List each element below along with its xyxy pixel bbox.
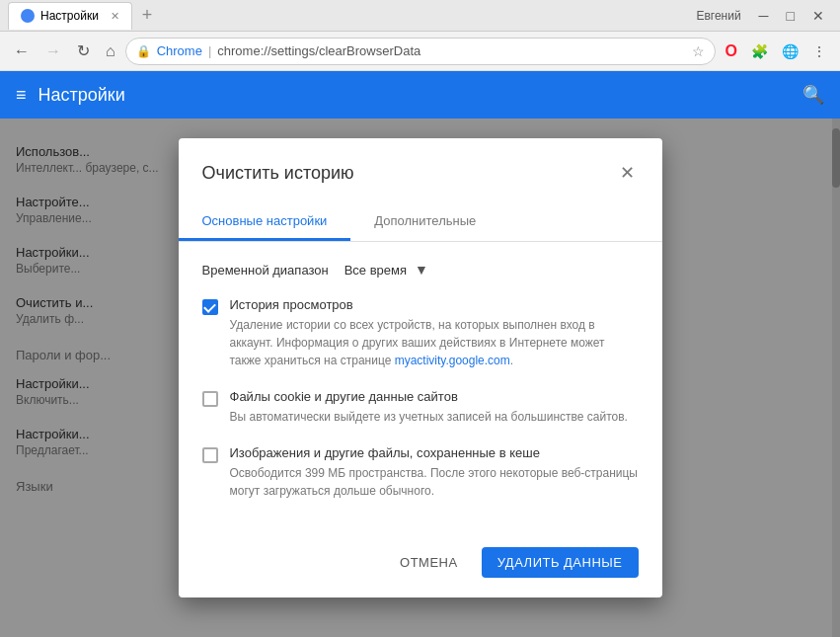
dialog-body: Временной диапазон Все время ▼ История п… <box>179 242 662 539</box>
tab-advanced-settings[interactable]: Дополнительные <box>350 203 499 241</box>
checkbox-cache[interactable] <box>202 447 218 463</box>
navigation-bar: ← → ↻ ⌂ 🔒 Chrome | chrome://settings/cle… <box>0 32 840 71</box>
titlebar: Настройки ✕ + Евгений ─ □ ✕ <box>0 0 840 32</box>
refresh-button[interactable]: ↻ <box>71 38 96 64</box>
minimize-button[interactable]: ─ <box>751 6 777 26</box>
checkbox-desc-cache: Освободится 399 МБ пространства. После э… <box>230 464 639 500</box>
checkbox-item-cookies: Файлы cookie и другие данные сайтов Вы а… <box>202 389 639 426</box>
chrome-header: ≡ Настройки 🔍 <box>0 71 840 119</box>
checkbox-title-cookies: Файлы cookie и другие данные сайтов <box>230 389 639 404</box>
opera-icon-button[interactable]: O <box>720 39 743 64</box>
checkbox-desc-history: Удаление истории со всех устройств, на к… <box>230 316 639 369</box>
back-button[interactable]: ← <box>8 39 36 64</box>
translate-button[interactable]: 🌐 <box>776 40 804 63</box>
checkbox-cookies[interactable] <box>202 391 218 407</box>
myactivity-link[interactable]: myactivity.google.com <box>395 354 510 367</box>
dialog-tabs: Основные настройки Дополнительные <box>179 203 662 242</box>
time-range-select[interactable]: Все время ▼ <box>344 262 428 278</box>
forward-button[interactable]: → <box>39 39 67 64</box>
dialog-footer: ОТМЕНА УДАЛИТЬ ДАННЫЕ <box>179 539 662 597</box>
menu-button[interactable]: ⋮ <box>806 40 832 63</box>
tab-label: Настройки <box>40 9 99 23</box>
time-range-label: Временной диапазон <box>202 263 329 278</box>
titlebar-left: Настройки ✕ + <box>8 2 158 30</box>
checkbox-item-history: История просмотров Удаление истории со в… <box>202 297 639 369</box>
dialog-header: Очистить историю ✕ <box>179 138 662 188</box>
dialog-title: Очистить историю <box>202 163 354 184</box>
address-bar[interactable]: 🔒 Chrome | chrome://settings/clearBrowse… <box>125 38 716 65</box>
hamburger-menu-icon[interactable]: ≡ <box>16 85 27 106</box>
clear-history-dialog: Очистить историю ✕ Основные настройки До… <box>179 138 662 597</box>
tab-close-button[interactable]: ✕ <box>111 10 119 23</box>
close-button[interactable]: ✕ <box>804 6 832 26</box>
checkbox-text-history: История просмотров Удаление истории со в… <box>230 297 639 369</box>
header-search-icon[interactable]: 🔍 <box>802 84 824 106</box>
username-label: Евгений <box>696 9 740 23</box>
address-url: chrome://settings/clearBrowserData <box>217 43 420 58</box>
titlebar-right: Евгений ─ □ ✕ <box>696 6 832 26</box>
maximize-button[interactable]: □ <box>779 6 802 26</box>
checkbox-history[interactable] <box>202 299 218 315</box>
new-tab-button[interactable]: + <box>136 5 159 26</box>
time-range-row: Временной диапазон Все время ▼ <box>202 262 639 278</box>
checkbox-title-cache: Изображения и другие файлы, сохраненные … <box>230 445 639 460</box>
address-lock-icon: 🔒 <box>136 44 151 58</box>
checkbox-text-cache: Изображения и другие файлы, сохраненные … <box>230 445 639 500</box>
extensions-button[interactable]: 🧩 <box>745 40 774 63</box>
tab-basic-settings[interactable]: Основные настройки <box>179 203 351 241</box>
main-area: Использов... Интеллект... браузере, с...… <box>0 119 840 637</box>
active-tab[interactable]: Настройки ✕ <box>8 2 132 30</box>
dialog-close-button[interactable]: ✕ <box>616 158 639 188</box>
address-chrome-label: Chrome <box>157 43 202 58</box>
bookmark-star-icon[interactable]: ☆ <box>692 43 705 59</box>
modal-overlay: Очистить историю ✕ Основные настройки До… <box>0 119 840 637</box>
tab-favicon <box>21 9 35 23</box>
header-title: Настройки <box>38 85 125 106</box>
select-arrow-icon: ▼ <box>415 262 428 278</box>
checkbox-desc-cookies: Вы автоматически выйдете из учетных запи… <box>230 408 639 426</box>
cancel-button[interactable]: ОТМЕНА <box>384 547 474 578</box>
time-range-value: Все время <box>344 263 407 278</box>
delete-data-button[interactable]: УДАЛИТЬ ДАННЫЕ <box>482 547 639 578</box>
address-separator: | <box>208 43 211 58</box>
home-button[interactable]: ⌂ <box>100 39 121 64</box>
checkbox-text-cookies: Файлы cookie и другие данные сайтов Вы а… <box>230 389 639 426</box>
nav-icons-right: O 🧩 🌐 ⋮ <box>720 39 832 64</box>
checkbox-title-history: История просмотров <box>230 297 639 312</box>
checkbox-item-cache: Изображения и другие файлы, сохраненные … <box>202 445 639 500</box>
